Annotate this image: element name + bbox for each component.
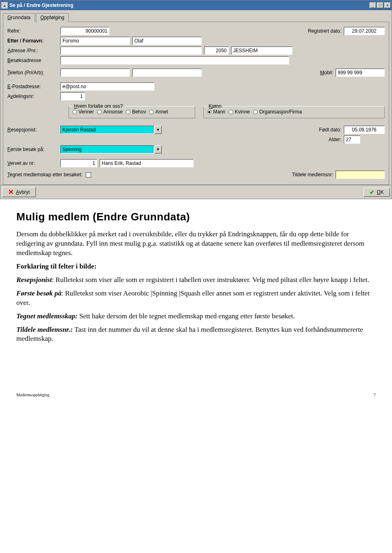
- doc-para-forklaring: Forklaring til felter i bilde:: [16, 262, 376, 271]
- resepsjonist-label: Resepsjonist:: [7, 127, 60, 133]
- minimize-button[interactable]: _: [370, 2, 376, 8]
- regdato-label: Registrert dato:: [308, 28, 341, 34]
- radio-venner[interactable]: Venner: [72, 109, 94, 115]
- fornavn-field[interactable]: Olaf: [132, 37, 202, 45]
- tab-oppfolging[interactable]: Oppfølging: [36, 13, 69, 22]
- navn-label: Etter / Fornavn:: [7, 38, 60, 44]
- vervet-nr-field[interactable]: 1: [60, 159, 97, 167]
- page-footer: Medlemsoppfølging 7: [0, 360, 392, 401]
- close-button[interactable]: ×: [384, 2, 391, 8]
- radio-mann[interactable]: Mann: [207, 109, 225, 115]
- app-icon: ▲: [1, 2, 8, 9]
- footer-right: 7: [374, 393, 376, 397]
- tegnet-checkbox[interactable]: [86, 172, 91, 178]
- radio-orgfirma[interactable]: Organisasjon/Firma: [253, 109, 302, 115]
- besoksadresse-label: Besøksadresse: [7, 58, 60, 63]
- radio-label: Organisasjon/Firma: [259, 109, 302, 115]
- radio-label: Annet: [155, 109, 168, 115]
- maximize-button[interactable]: □: [377, 2, 383, 8]
- resepsjonist-dropdown-button[interactable]: ▼: [154, 126, 162, 134]
- check-icon: ✔: [370, 189, 374, 195]
- doc-para-tegnet: Tegnet medlemsskap: Sett hake dersom det…: [16, 312, 376, 321]
- forste-label: Første besøk på:: [7, 147, 60, 152]
- avd-field[interactable]: 1: [60, 92, 85, 100]
- doc-para-intro: Dersom du dobbelklikker på merket rad i …: [16, 230, 376, 258]
- button-label: Avbryt: [16, 189, 30, 195]
- doc-text: : Rulletekst som viser alle som er regsi…: [52, 276, 369, 284]
- doc-term: Tegnet medlemsskap:: [16, 312, 78, 320]
- vervet-navn-field: Hans Erik, Rastad: [100, 159, 194, 167]
- alder-label: Alder:: [329, 137, 341, 142]
- tabstrip: Grunndata Oppfølging: [3, 13, 389, 22]
- document-body: Mulig medlem (Endre Grunndata) Dersom du…: [0, 199, 392, 360]
- titlebar: ▲ Se på / Endre Gjestetrening _ □ ×: [0, 0, 392, 10]
- group-kjonn: Kjønn Mann Kvinne Organisasjon/Firma: [203, 106, 385, 118]
- doc-term: Resepsjonist: [16, 276, 52, 284]
- app-window: ▲ Se på / Endre Gjestetrening _ □ × Grun…: [0, 0, 392, 199]
- postnr-field[interactable]: 2050: [204, 47, 229, 55]
- group-hvem: Hvem fortalte om oss? Venner Annonse Beh…: [69, 106, 195, 118]
- adresse-label: Adresse /Pnr.:: [7, 48, 60, 53]
- avbryt-button[interactable]: ✕ Avbryt: [2, 187, 36, 197]
- regdato-field[interactable]: 29.07.2002: [344, 27, 385, 35]
- avd-label: Avdelingsnr:: [7, 93, 60, 99]
- window-title: Se på / Endre Gjestetrening: [9, 2, 370, 8]
- radio-label: Annonse: [103, 109, 122, 115]
- vervet-label: Vervet av nr:: [7, 160, 60, 166]
- panel-grunndata: Refnr: 90000001 Registrert dato: 29.07.2…: [3, 22, 389, 185]
- mobil-label: Mobil:: [320, 70, 333, 76]
- telefon-arb-field[interactable]: [132, 69, 202, 77]
- radio-behov[interactable]: Behov: [126, 109, 146, 115]
- besoksadresse-field[interactable]: [60, 56, 289, 64]
- doc-heading: Mulig medlem (Endre Grunndata): [16, 211, 376, 223]
- doc-para-resepsjonist: Resepsjonist: Rulletekst som viser alle …: [16, 275, 376, 285]
- etternavn-field[interactable]: Forsmo: [60, 37, 130, 45]
- poststed-field[interactable]: JESSHEIM: [231, 47, 292, 55]
- epost-field[interactable]: e@post.no: [60, 82, 154, 91]
- refnr-field[interactable]: 90000001: [60, 27, 109, 35]
- radio-kvinne[interactable]: Kvinne: [229, 109, 250, 115]
- doc-text: Sett hake dersom det ble tegnet medlemsk…: [78, 312, 295, 320]
- doc-term: Første besøk på: [16, 289, 62, 297]
- radio-label: Kvinne: [235, 109, 250, 115]
- group-hvem-legend: Hvem fortalte om oss?: [72, 103, 125, 109]
- tab-grunndata[interactable]: Grunndata: [3, 13, 35, 22]
- forste-field[interactable]: Spinning: [60, 145, 154, 153]
- resepsjonist-field[interactable]: Kjerstin Rastad: [60, 126, 154, 134]
- radio-label: Venner: [78, 109, 94, 115]
- footer-left: Medlemsoppfølging: [16, 393, 49, 397]
- tab-label: Grunndata: [7, 15, 31, 20]
- cancel-icon: ✕: [8, 188, 13, 196]
- radio-label: Behov: [132, 109, 146, 115]
- tildele-field[interactable]: [336, 171, 385, 179]
- radio-label: Mann: [213, 109, 225, 115]
- group-kjonn-legend: Kjønn: [207, 103, 223, 109]
- tab-label: Oppfølging: [40, 15, 65, 20]
- doc-text: : Rulletekst som viser Aeorobic |Spinnin…: [16, 289, 370, 306]
- epost-label: E-Postadresse:: [7, 84, 60, 89]
- radio-annonse[interactable]: Annonse: [97, 109, 122, 115]
- forste-dropdown-button[interactable]: ▼: [154, 145, 162, 153]
- fodt-field[interactable]: 05.09.1976: [344, 126, 385, 134]
- doc-para-forste: Første besøk på: Rulletekst som viser Ae…: [16, 289, 376, 308]
- doc-term: Tildele medlemsnr.:: [16, 326, 73, 333]
- adresse-field[interactable]: [60, 47, 202, 55]
- tildele-label: Tildele medlemsnr:: [292, 172, 333, 178]
- tegnet-label: Tegnet medlemskap etter besøket:: [7, 172, 82, 178]
- refnr-label: Refnr:: [7, 28, 60, 34]
- radio-annet[interactable]: Annet: [149, 109, 168, 115]
- ok-button[interactable]: ✔ OK: [363, 188, 390, 197]
- alder-field: 27: [344, 135, 360, 144]
- doc-para-tildele: Tildele medlemsnr.: Tast inn det nummer …: [16, 325, 376, 344]
- window-footer: ✕ Avbryt ✔ OK: [0, 185, 392, 199]
- telefon-label: Telefon (Pri/Arb):: [7, 70, 60, 76]
- mobil-field[interactable]: 999 99 999: [336, 69, 385, 77]
- button-label: OK: [377, 189, 384, 195]
- fodt-label: Født dato:: [319, 127, 341, 133]
- telefon-pri-field[interactable]: [60, 69, 130, 77]
